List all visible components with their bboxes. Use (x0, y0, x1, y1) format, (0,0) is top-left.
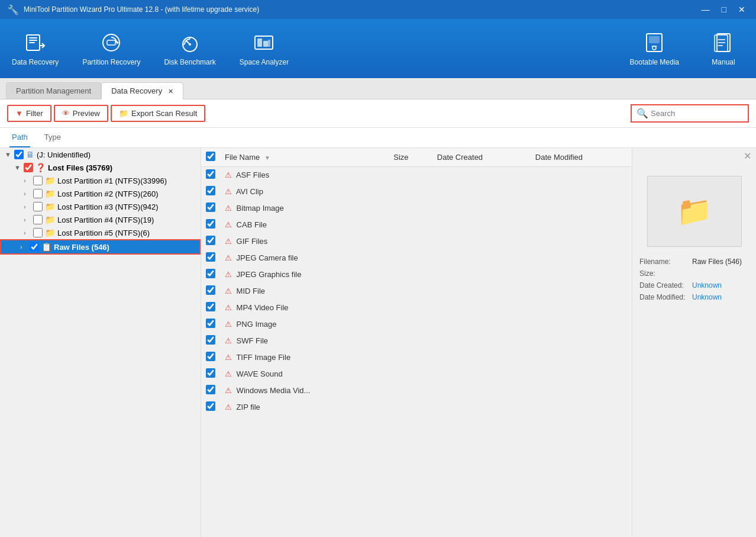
partition-4-checkbox[interactable] (33, 215, 43, 224)
filename-column-header[interactable]: File Name ▼ (220, 148, 389, 167)
date-created-column-header[interactable]: Date Created (432, 148, 531, 167)
titlebar: 🔧 MiniTool Partition Wizard Pro Ultimate… (0, 0, 756, 19)
partition-1-checkbox[interactable] (33, 176, 43, 185)
tab-partition-management[interactable]: Partition Management (6, 82, 101, 99)
partition-2-label: Lost Partition #2 (NTFS)(260) (57, 189, 159, 198)
row-checkbox[interactable] (206, 368, 215, 378)
row-size-cell (389, 200, 432, 217)
main-toolbar: Data Recovery Partition Recovery Disk Be… (0, 19, 756, 78)
row-size-cell (389, 333, 432, 349)
date-modified-column-header[interactable]: Date Modified (531, 148, 632, 167)
partition-3-checkbox[interactable] (33, 202, 43, 211)
partition-5-checkbox[interactable] (33, 228, 43, 237)
tab-type[interactable]: Type (42, 128, 63, 147)
partition-3-node[interactable]: › 📁 Lost Partition #3 (NTFS)(942) (0, 200, 201, 213)
row-checkbox-cell[interactable] (201, 316, 220, 333)
partition-4-node[interactable]: › 📁 Lost Partition #4 (NTFS)(19) (0, 213, 201, 226)
row-checkbox-cell[interactable] (201, 167, 220, 184)
toolbar-manual[interactable]: Manual (703, 31, 744, 66)
toolbar-bootable-media[interactable]: Bootable Media (630, 31, 679, 66)
preview-date-modified-row: Date Modified: Unknown (639, 293, 749, 301)
row-date-created-cell (432, 217, 531, 233)
tab-close-button[interactable]: ✕ (168, 88, 173, 95)
row-checkbox[interactable] (206, 302, 215, 311)
row-checkbox-cell[interactable] (201, 233, 220, 250)
row-checkbox[interactable] (206, 285, 215, 295)
row-checkbox[interactable] (206, 219, 215, 229)
toolbar-partition-recovery-label: Partition Recovery (82, 58, 140, 66)
partition-2-node[interactable]: › 📁 Lost Partition #2 (NTFS)(260) (0, 187, 201, 200)
table-row: ⚠ JPEG Camera file (201, 250, 632, 266)
toolbar-partition-recovery[interactable]: Partition Recovery (82, 31, 140, 66)
row-checkbox[interactable] (206, 236, 215, 245)
row-checkbox[interactable] (206, 319, 215, 328)
filter-button[interactable]: ▼ Filter (7, 105, 51, 122)
preview-date-created-row: Date Created: Unknown (639, 281, 749, 290)
row-checkbox-cell[interactable] (201, 349, 220, 366)
row-checkbox[interactable] (206, 269, 215, 278)
close-button[interactable]: ✕ (735, 5, 749, 14)
row-checkbox-cell[interactable] (201, 399, 220, 416)
row-filename-cell: ⚠ JPEG Camera file (220, 250, 389, 266)
row-checkbox-cell[interactable] (201, 333, 220, 349)
preview-button[interactable]: 👁 Preview (54, 105, 108, 122)
row-checkbox-cell[interactable] (201, 217, 220, 233)
raw-files-node[interactable]: › 📋 Raw Files (546) (0, 239, 201, 255)
chevron-right-icon: › (24, 203, 33, 210)
restore-button[interactable]: □ (718, 5, 730, 14)
row-checkbox-cell[interactable] (201, 382, 220, 399)
toolbar-space-analyzer[interactable]: Space Analyzer (240, 31, 289, 66)
lost-files-node[interactable]: ▼ ❓ Lost Files (35769) (0, 161, 201, 174)
row-checkbox-cell[interactable] (201, 366, 220, 382)
row-checkbox-cell[interactable] (201, 266, 220, 283)
table-row: ⚠ Bitmap Image (201, 200, 632, 217)
chevron-down-icon: ▼ (14, 164, 24, 171)
row-checkbox-cell[interactable] (201, 283, 220, 300)
partition-2-checkbox[interactable] (33, 189, 43, 198)
select-all-checkbox[interactable] (206, 152, 215, 161)
root-label: (J: Unidentified) (37, 150, 91, 159)
tab-path[interactable]: Path (9, 128, 30, 147)
toolbar-data-recovery[interactable]: Data Recovery (12, 31, 59, 66)
row-checkbox[interactable] (206, 385, 215, 394)
search-input[interactable] (651, 109, 743, 118)
row-date-modified-cell (531, 382, 632, 399)
toolbar-right: Bootable Media Manual (630, 31, 744, 66)
search-box[interactable]: 🔍 (631, 104, 749, 123)
row-date-created-cell (432, 366, 531, 382)
row-checkbox[interactable] (206, 352, 215, 361)
row-filename-cell: ⚠ JPEG Graphics file (220, 266, 389, 283)
row-checkbox-cell[interactable] (201, 300, 220, 316)
row-checkbox[interactable] (206, 401, 215, 411)
manual-icon (712, 31, 735, 54)
tree-root[interactable]: ▼ 🖥 (J: Unidentified) (0, 148, 201, 161)
toolbar-disk-benchmark[interactable]: Disk Benchmark (164, 31, 215, 66)
row-checkbox[interactable] (206, 252, 215, 262)
table-row: ⚠ JPEG Graphics file (201, 266, 632, 283)
file-list-scroll[interactable]: File Name ▼ Size Date Created Date Modif… (201, 148, 632, 537)
row-checkbox[interactable] (206, 335, 215, 345)
row-checkbox-cell[interactable] (201, 250, 220, 266)
row-checkbox-cell[interactable] (201, 200, 220, 217)
minimize-button[interactable]: — (698, 5, 713, 14)
row-checkbox-cell[interactable] (201, 184, 220, 200)
close-preview-button[interactable]: ✕ (744, 150, 751, 162)
raw-files-checkbox[interactable] (30, 242, 39, 252)
row-date-modified-cell (531, 266, 632, 283)
sort-icon: ▼ (264, 155, 270, 161)
row-date-created-cell (432, 167, 531, 184)
partition-1-node[interactable]: › 📁 Lost Partition #1 (NTFS)(33996) (0, 174, 201, 187)
row-checkbox[interactable] (206, 202, 215, 212)
row-checkbox[interactable] (206, 186, 215, 195)
row-checkbox[interactable] (206, 169, 215, 179)
toolbar-data-recovery-label: Data Recovery (12, 58, 59, 66)
root-checkbox[interactable] (14, 150, 24, 159)
export-button[interactable]: 📁 Export Scan Result (111, 105, 205, 122)
partition-5-node[interactable]: › 📁 Lost Partition #5 (NTFS)(6) (0, 226, 201, 239)
filename-label: Filename: (639, 258, 690, 266)
tab-data-recovery[interactable]: Data Recovery ✕ (101, 82, 183, 99)
preview-filename-row: Filename: Raw Files (546) (639, 258, 749, 266)
select-all-header[interactable] (201, 148, 220, 167)
lost-files-checkbox[interactable] (24, 163, 33, 172)
size-column-header[interactable]: Size (389, 148, 432, 167)
